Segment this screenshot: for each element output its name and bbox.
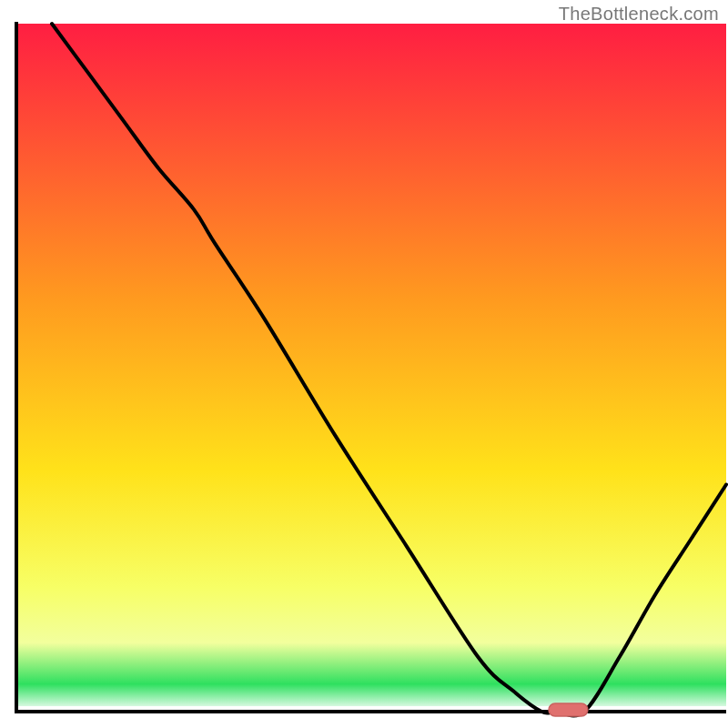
plot-area <box>16 22 726 716</box>
watermark-text: TheBottleneck.com <box>559 4 719 25</box>
bottleneck-chart <box>0 0 728 728</box>
chart-container: { "watermark": "TheBottleneck.com", "col… <box>0 0 728 728</box>
optimum-marker <box>549 703 588 716</box>
gradient-background <box>16 24 726 712</box>
